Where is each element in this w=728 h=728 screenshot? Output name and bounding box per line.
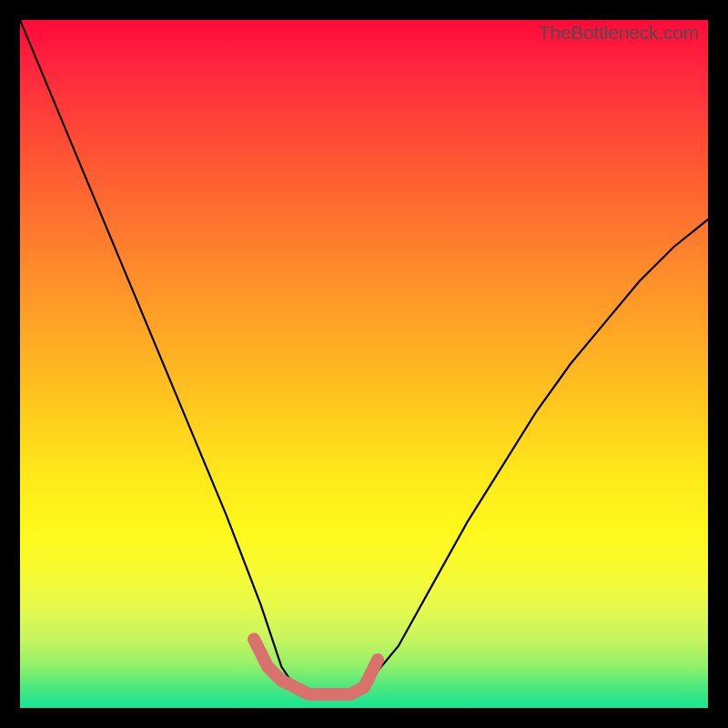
chart-svg [20,20,708,708]
bottleneck-curve [20,20,708,694]
plot-area: TheBottleneck.com [20,20,708,708]
watermark-text: TheBottleneck.com [539,22,699,44]
chart-frame: TheBottleneck.com [0,0,728,728]
optimal-band [254,639,378,694]
